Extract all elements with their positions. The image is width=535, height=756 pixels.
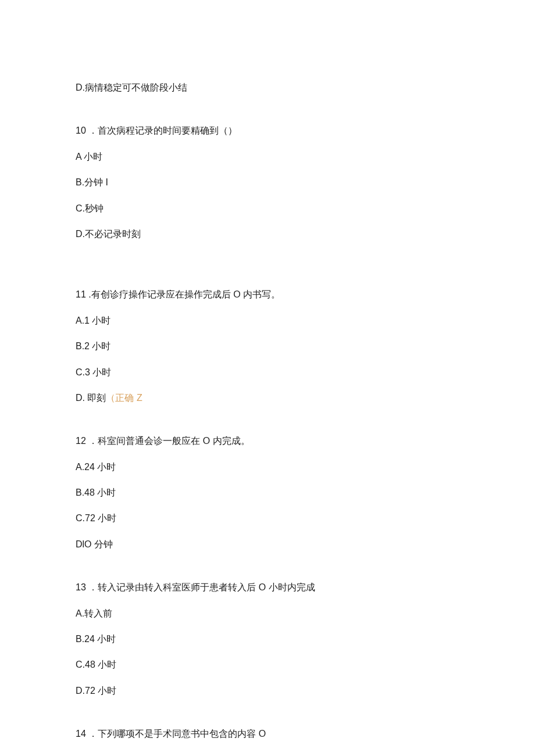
q10-option-b: B.分钟 I bbox=[76, 176, 459, 189]
q12-stem: 12 ．科室间普通会诊一般应在 O 内完成。 bbox=[76, 435, 459, 447]
spacer bbox=[76, 564, 459, 581]
q11-option-d-text: D. 即刻 bbox=[76, 393, 106, 403]
q11-option-d: D. 即刻（正确 Z bbox=[76, 392, 459, 404]
q9-option-d: D.病情稳定可不做阶段小结 bbox=[76, 81, 459, 94]
q11-correct-marker: （正确 Z bbox=[106, 393, 142, 403]
spacer bbox=[76, 271, 459, 288]
q10-option-d: D.不必记录时刻 bbox=[76, 228, 459, 241]
q10-stem: 10 ．首次病程记录的时间要精确到（） bbox=[76, 124, 459, 137]
q13-option-d: D.72 小时 bbox=[76, 685, 459, 697]
q11-option-c: C.3 小时 bbox=[76, 366, 459, 379]
spacer bbox=[76, 107, 459, 124]
spacer bbox=[76, 253, 459, 271]
q13-option-b: B.24 小时 bbox=[76, 633, 459, 646]
q14-stem: 14 ．下列哪项不是手术同意书中包含的内容 O bbox=[76, 728, 459, 740]
q13-option-a: A.转入前 bbox=[76, 607, 459, 620]
spacer bbox=[76, 710, 459, 728]
q10-option-c: C.秒钟 bbox=[76, 202, 459, 215]
q11-option-b: B.2 小时 bbox=[76, 340, 459, 353]
q10-option-a: A 小时 bbox=[76, 151, 459, 163]
q12-option-b: B.48 小时 bbox=[76, 486, 459, 499]
q12-option-a: A.24 小时 bbox=[76, 461, 459, 474]
q13-stem: 13 ．转入记录由转入科室医师于患者转入后 O 小时内完成 bbox=[76, 581, 459, 594]
q12-option-c: C.72 小时 bbox=[76, 512, 459, 525]
q11-stem: 11 .有创诊疗操作记录应在操作完成后 O 内书写。 bbox=[76, 288, 459, 301]
q13-option-c: C.48 小时 bbox=[76, 658, 459, 671]
q12-option-d: DlO 分钟 bbox=[76, 538, 459, 551]
exam-page: D.病情稳定可不做阶段小结 10 ．首次病程记录的时间要精确到（） A 小时 B… bbox=[0, 0, 535, 756]
q11-option-a: A.1 小时 bbox=[76, 314, 459, 327]
spacer bbox=[76, 417, 459, 435]
